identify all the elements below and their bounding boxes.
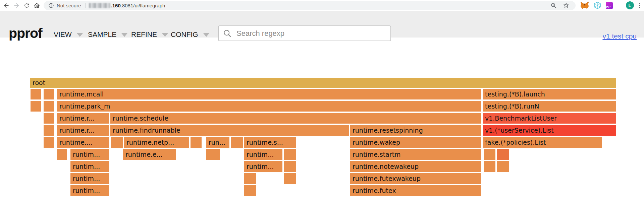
flame-frame-small[interactable]	[44, 113, 54, 124]
reload-icon[interactable]	[23, 2, 30, 9]
flame-frame[interactable]: runtime.findrunnable	[110, 125, 349, 136]
flame-frame[interactable]: runtime.netp...	[124, 137, 189, 148]
flame-frame[interactable]: root	[30, 78, 616, 88]
flame-frame[interactable]: runtime.r...	[57, 125, 109, 136]
search-input[interactable]	[236, 29, 390, 38]
flame-frame-small[interactable]	[44, 89, 54, 99]
forward-icon[interactable]	[13, 2, 20, 9]
search-box	[218, 25, 391, 41]
menu-view[interactable]: VIEW	[54, 30, 83, 39]
flame-frame-small[interactable]	[244, 185, 256, 196]
flame-frame[interactable]: testing.(*B).runN	[483, 101, 616, 112]
pprof-logo: pprof	[9, 26, 42, 40]
flame-frame[interactable]: runtime.startm	[350, 149, 481, 160]
flame-frame-small[interactable]	[497, 161, 509, 172]
flame-frame[interactable]: runtime.e...	[123, 149, 176, 160]
flame-frame-small[interactable]	[244, 173, 256, 184]
flame-frame[interactable]: run...	[206, 137, 229, 148]
url-bar[interactable]: Not secure .160 :8081/ui/flamegraph	[44, 1, 576, 10]
rp-extension-icon[interactable]: RP	[606, 2, 613, 9]
hexagon-extension-icon[interactable]	[593, 1, 601, 9]
flame-frame-small[interactable]	[31, 101, 41, 112]
flamegraph: rootruntime.mcalltesting.(*B).launchrunt…	[30, 78, 616, 198]
browser-toolbar: Not secure .160 :8081/ui/flamegraph RP L	[0, 0, 644, 11]
flame-frame-small[interactable]	[31, 89, 41, 99]
security-label: Not secure	[57, 3, 81, 8]
search-icon	[223, 29, 232, 38]
menu-sample[interactable]: SAMPLE	[88, 30, 127, 39]
flame-frame-small[interactable]	[57, 149, 67, 160]
pprof-header: pprof VIEW SAMPLE REFINE CONFIG v1.test …	[0, 11, 644, 38]
nav-buttons	[0, 2, 44, 9]
divider	[85, 3, 86, 8]
flame-frame[interactable]: runtim...	[70, 185, 109, 196]
flame-frame[interactable]: runtime.futexwakeup	[350, 173, 481, 184]
flame-frame[interactable]: runtime.resetspinning	[350, 125, 481, 136]
profile-avatar[interactable]: L	[626, 1, 634, 9]
flame-frame-small[interactable]	[497, 149, 509, 160]
chevron-down-icon	[162, 33, 168, 37]
flame-frame[interactable]: runtim...	[244, 149, 282, 160]
flame-frame-small[interactable]	[44, 125, 54, 136]
flame-frame-small[interactable]	[231, 137, 243, 148]
flame-frame-small[interactable]	[484, 161, 495, 172]
zoom-icon[interactable]	[550, 2, 557, 9]
flame-frame[interactable]: runtime.park_m	[57, 101, 481, 112]
flame-frame[interactable]: runtime....	[57, 137, 109, 148]
flame-frame-small[interactable]	[284, 149, 296, 160]
flame-frame-small[interactable]	[284, 161, 296, 172]
flame-frame[interactable]: fake.(*policies).List	[483, 137, 602, 148]
chevron-down-icon	[77, 33, 83, 37]
flame-frame[interactable]: runtim...	[70, 173, 109, 184]
flame-frame[interactable]: runtime.schedule	[110, 113, 481, 124]
flame-frame-small[interactable]	[206, 149, 220, 160]
flame-frame-small[interactable]	[44, 137, 54, 148]
metamask-fox-icon[interactable]	[580, 1, 589, 9]
menu-config[interactable]: CONFIG	[171, 30, 209, 39]
info-icon[interactable]	[48, 3, 54, 8]
flame-frame[interactable]: runtime.mcall	[57, 89, 481, 99]
flame-frame-small[interactable]	[111, 137, 123, 148]
chrome-menu-icon[interactable]	[638, 2, 641, 9]
back-icon[interactable]	[3, 2, 10, 9]
flame-frame[interactable]: runtim...	[70, 149, 109, 160]
divider	[618, 3, 618, 8]
flame-frame[interactable]: runtime.r...	[57, 113, 109, 124]
profile-source-link[interactable]: v1.test cpu	[602, 32, 637, 40]
flame-frame-small[interactable]	[191, 137, 202, 148]
extensions-area: RP L	[576, 1, 644, 9]
flame-frame[interactable]: testing.(*B).launch	[483, 89, 616, 99]
chevron-down-icon	[203, 33, 209, 37]
flame-frame[interactable]: v1.BenchmarkListUser	[483, 113, 616, 124]
chevron-down-icon	[121, 33, 127, 37]
bookmark-star-icon[interactable]	[563, 2, 570, 9]
home-icon[interactable]	[33, 2, 40, 9]
flame-frame-small[interactable]	[44, 101, 54, 112]
url-host: .160	[111, 3, 121, 8]
flame-frame[interactable]: runtim...	[244, 161, 282, 172]
flame-frame[interactable]: runtime.futex	[350, 185, 481, 196]
flame-frame-small[interactable]	[484, 149, 495, 160]
url-path: :8081/ui/flamegraph	[121, 3, 165, 8]
flame-frame[interactable]: runtime.wakep	[350, 137, 481, 148]
menu-refine[interactable]: REFINE	[131, 30, 168, 39]
flame-frame[interactable]: v1.(*userService).List	[483, 125, 616, 136]
blurred-url-host	[89, 3, 110, 8]
flame-frame-small[interactable]	[284, 173, 296, 184]
flame-frame[interactable]: runtim...	[70, 161, 109, 172]
flame-frame[interactable]: runtime.s...	[244, 137, 296, 148]
flame-frame[interactable]: runtime.notewakeup	[350, 161, 481, 172]
